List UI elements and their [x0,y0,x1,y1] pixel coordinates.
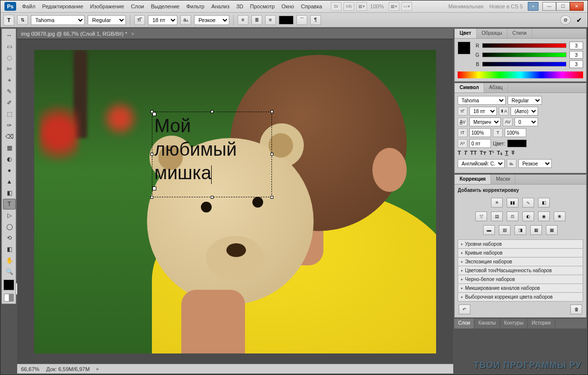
preset-curves[interactable]: Кривые наборов [458,248,583,258]
text-orientation-icon[interactable]: ⇅ [17,15,28,25]
r-value[interactable] [569,42,583,49]
menu-window[interactable]: Окно [282,3,294,9]
invert-icon[interactable]: ▬ [483,225,495,235]
underline-icon[interactable]: T [505,150,509,156]
cancel-text-icon[interactable]: ⊘ [560,15,571,25]
align-left-icon[interactable]: ≡ [238,15,248,25]
brush-tool[interactable]: ⬚ [3,109,16,119]
screen-mode-icon[interactable]: ▭▾ [401,2,412,11]
threshold-icon[interactable]: ◨ [514,225,526,235]
menu-filter[interactable]: Фильтр [186,3,204,9]
warp-text-icon[interactable]: ⌒ [296,15,307,25]
workspace-more-icon[interactable]: » [528,2,539,11]
font-style-select[interactable]: Regular [88,15,126,25]
char-tracking[interactable]: 0 [514,117,538,126]
char-baseline[interactable] [469,139,491,148]
strike-icon[interactable]: T [512,150,515,156]
text-tool-preset-icon[interactable]: T [3,15,14,25]
crop-tool[interactable]: ⌖ [3,75,16,86]
menu-image[interactable]: Изображение [90,3,124,9]
text-color-swatch[interactable] [279,16,294,24]
pen-tool[interactable]: ◧ [3,188,16,198]
status-docinfo[interactable]: Док: 6,59M/6,97M [46,366,90,372]
b-slider[interactable] [482,62,566,67]
tab-paragraph[interactable]: Абзац [484,83,508,93]
char-font-style[interactable]: Regular [508,96,542,105]
menu-analysis[interactable]: Анализ [211,3,229,9]
3d-camera-tool[interactable]: ◧ [3,244,16,255]
blur-tool[interactable]: ● [3,165,16,176]
doc-close-icon[interactable]: × [131,31,134,37]
canvas-viewport[interactable]: Мой любимый мишка [17,39,453,364]
3d-tool[interactable]: ⟲ [3,233,16,243]
tab-masks[interactable]: Маски [491,175,515,184]
path-select-tool[interactable]: ▷ [3,210,16,221]
char-color-swatch[interactable] [507,140,527,147]
char-font-family[interactable]: Tahoma [458,96,506,105]
aa-select[interactable]: Резкое [194,15,229,25]
colorbalance-icon[interactable]: ⚖ [507,211,518,221]
levels-icon[interactable]: ▮▮ [507,198,518,208]
exposure-icon[interactable]: ◧ [538,198,550,208]
menu-edit[interactable]: Редактирование [42,3,83,9]
vibrance-icon[interactable]: ▽ [475,211,487,221]
align-center-icon[interactable]: ≣ [251,15,262,25]
tab-character[interactable]: Символ [455,83,484,93]
minibridge-icon[interactable]: Mb [343,2,354,11]
menu-help[interactable]: Справка [301,3,322,9]
r-slider[interactable] [482,43,566,48]
b-value[interactable] [569,60,583,68]
font-family-select[interactable]: Tahoma [31,15,85,25]
text-layer-content[interactable]: Мой любимый мишка [152,112,271,187]
status-zoom[interactable]: 66,67% [21,366,39,372]
spectrum-ramp[interactable] [458,71,583,78]
view-extras-icon[interactable]: ▦▾ [356,2,367,11]
tab-paths[interactable]: Контуры [500,319,528,328]
preset-channelmix[interactable]: Микширование каналов наборов [458,283,583,293]
char-font-size[interactable]: 18 пт [469,107,497,116]
shape-tool[interactable]: ◯ [3,221,16,232]
bw-icon[interactable]: ◐ [522,211,534,221]
maximize-button[interactable]: ☐ [556,2,570,11]
eyedropper-tool[interactable]: ✎ [3,86,16,97]
char-aa[interactable]: Резкое [518,159,552,168]
workspace-minimal[interactable]: Минимальная [448,3,484,9]
preset-huesat[interactable]: Цветовой тон/Насыщенность наборов [458,266,583,275]
color-fg-swatch[interactable] [458,42,470,54]
zoom-tool[interactable]: 🔍 [3,266,16,277]
history-brush-tool[interactable]: ⌫ [3,131,16,142]
trash-adjust-icon[interactable]: 🗑 [570,305,582,314]
fg-bg-swatch[interactable] [3,280,14,290]
arrange-docs-icon[interactable]: ▦▾ [389,2,399,11]
char-vscale[interactable] [469,128,491,137]
huesat-icon[interactable]: ▤ [491,211,503,221]
posterize-icon[interactable]: ▨ [499,225,511,235]
faux-italic-icon[interactable]: T [464,150,467,156]
hand-tool[interactable]: ✋ [3,255,16,266]
faux-bold-icon[interactable]: T [458,150,461,156]
doc-zoom[interactable]: 100% [370,3,384,9]
char-language[interactable]: Английский: С... [458,159,505,168]
return-adjust-icon[interactable]: ↶ [459,305,470,314]
marquee-tool[interactable]: ▭ [3,41,16,52]
char-hscale[interactable] [505,128,526,137]
selective-icon[interactable]: ▩ [546,225,558,235]
tab-color[interactable]: Цвет [455,29,477,38]
channelmix-icon[interactable]: ❀ [554,211,565,221]
menu-3d[interactable]: 3D [236,3,243,9]
lasso-tool[interactable]: ◌ [3,52,16,63]
brightness-icon[interactable]: ☀ [491,198,503,208]
tab-history[interactable]: История [528,319,555,328]
preset-bw[interactable]: Черно-белое наборов [458,275,583,284]
tab-layers[interactable]: Слои [454,319,474,328]
workspace-news[interactable]: Новое в CS 5 [490,3,523,9]
eraser-tool[interactable]: ▦ [3,142,16,153]
commit-text-icon[interactable]: ✔ [574,15,585,25]
move-tool[interactable]: ↔ [3,30,16,41]
menu-view[interactable]: Просмотр [250,3,274,9]
gradient-tool[interactable]: ◐ [3,154,16,164]
menu-file[interactable]: Файл [22,3,35,9]
preset-levels[interactable]: Уровни наборов [458,239,583,249]
type-tool[interactable]: T [3,199,16,210]
char-leading[interactable]: (Авто) [511,107,538,116]
